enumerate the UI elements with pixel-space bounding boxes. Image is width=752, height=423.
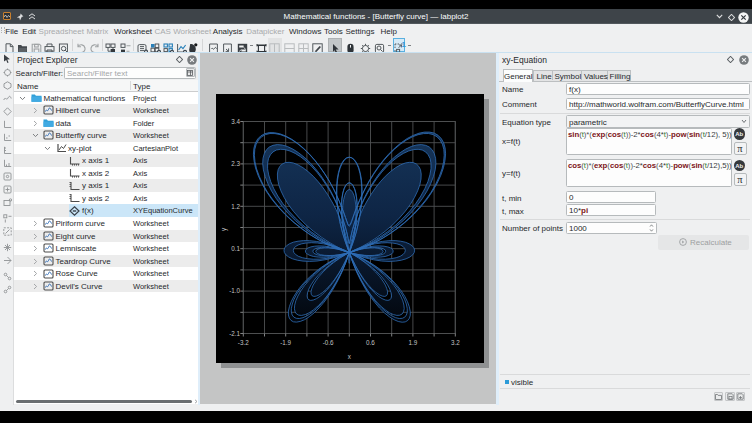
svg-text:-1.9: -1.9 — [280, 339, 291, 346]
svg-text:2.3: 2.3 — [231, 160, 240, 167]
svg-text:3.4: 3.4 — [231, 117, 240, 124]
svg-text:0.1: 0.1 — [231, 244, 240, 251]
svg-text:1.2: 1.2 — [231, 202, 240, 209]
svg-text:3.2: 3.2 — [451, 339, 460, 346]
svg-text:-2.1: -2.1 — [229, 329, 240, 336]
svg-text:1.9: 1.9 — [408, 339, 417, 346]
svg-text:-0.6: -0.6 — [322, 339, 333, 346]
svg-text:-3.2: -3.2 — [238, 339, 249, 346]
svg-text:0.6: 0.6 — [366, 339, 375, 346]
svg-text:-1.0: -1.0 — [229, 287, 240, 294]
